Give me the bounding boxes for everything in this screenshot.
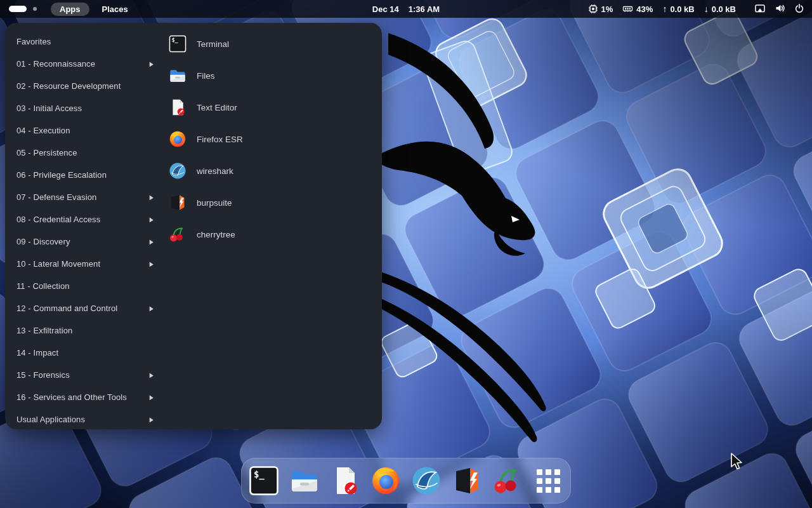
submenu-arrow-icon: ▶ [150, 60, 154, 67]
volume-icon[interactable] [775, 3, 785, 15]
power-icon[interactable] [794, 3, 804, 15]
menu-item-cherrytree[interactable]: cherrytree [164, 218, 377, 250]
top-bar: Apps Places Dec 14 1:36 AM 1% [0, 0, 812, 18]
category-14-impact[interactable]: 14 - Impact [5, 342, 164, 364]
apps-menu-button[interactable]: Apps [51, 3, 89, 16]
submenu-arrow-icon: ▶ [150, 371, 154, 378]
category-favorites[interactable]: Favorites [5, 30, 164, 53]
submenu-arrow-icon: ▶ [150, 260, 154, 267]
category-05-persistence[interactable]: 05 - Persistence [5, 142, 164, 164]
submenu-arrow-icon: ▶ [150, 416, 154, 423]
dock-burpsuite-button[interactable] [452, 465, 482, 496]
menu-item-terminal[interactable]: Terminal [164, 28, 377, 60]
net-upload-indicator[interactable]: ↑ 0.0 kB [662, 4, 694, 14]
dock [241, 458, 571, 504]
category-12-command-and-control[interactable]: 12 - Command and Control ▶ [5, 297, 164, 319]
submenu-arrow-icon: ▶ [150, 238, 154, 245]
dock-firefox-button[interactable] [370, 465, 401, 496]
category-11-collection[interactable]: 11 - Collection [5, 275, 164, 297]
memory-indicator[interactable]: 43% [622, 4, 653, 14]
download-arrow-icon: ↓ [704, 4, 709, 14]
menu-item-firefox-esr[interactable]: Firefox ESR [164, 123, 377, 155]
category-16-services-and-other-tools[interactable]: 16 - Services and Other Tools ▶ [5, 386, 164, 408]
network-ethernet-icon[interactable] [754, 3, 766, 15]
submenu-arrow-icon: ▶ [150, 394, 154, 401]
submenu-arrow-icon: ▶ [150, 305, 154, 312]
upload-arrow-icon: ↑ [662, 4, 667, 14]
category-04-execution[interactable]: 04 - Execution [5, 119, 164, 142]
net-upload-value: 0.0 kB [670, 4, 694, 14]
memory-usage-value: 43% [636, 4, 653, 14]
category-03-initial-access[interactable]: 03 - Initial Access [5, 97, 164, 119]
burpsuite-icon [169, 194, 187, 211]
cpu-icon [588, 4, 598, 14]
dock-terminal-button[interactable] [249, 465, 279, 496]
show-apps-grid-icon[interactable] [533, 465, 563, 496]
memory-icon [622, 4, 633, 14]
places-menu-button[interactable]: Places [96, 3, 134, 16]
category-07-defense-evasion[interactable]: 07 - Defense Evasion ▶ [5, 186, 164, 208]
dock-wireshark-button[interactable] [411, 465, 442, 496]
category-10-lateral-movement[interactable]: 10 - Lateral Movement ▶ [5, 253, 164, 275]
app-shortcut-list: Terminal Files Text Editor Firefox ESR w… [164, 28, 377, 250]
category-09-discovery[interactable]: 09 - Discovery ▶ [5, 231, 164, 253]
category-06-privilege-escalation[interactable]: 06 - Privilege Escalation [5, 164, 164, 186]
category-list: Favorites 01 - Reconnaissance ▶ 02 - Res… [5, 30, 164, 431]
mouse-cursor [730, 452, 743, 471]
menu-item-text-editor[interactable]: Text Editor [164, 91, 377, 123]
menu-item-wireshark[interactable]: wireshark [164, 155, 377, 187]
net-download-indicator[interactable]: ↓ 0.0 kB [704, 4, 736, 14]
category-08-credential-access[interactable]: 08 - Credential Access ▶ [5, 208, 164, 231]
category-15-forensics[interactable]: 15 - Forensics ▶ [5, 364, 164, 386]
dock-cherrytree-button[interactable] [492, 465, 523, 496]
clock-date: Dec 14 [372, 4, 399, 14]
submenu-arrow-icon: ▶ [150, 194, 154, 201]
dock-text-editor-button[interactable] [330, 465, 360, 496]
category-usual-applications[interactable]: Usual Applications ▶ [5, 408, 164, 431]
category-13-exfiltration[interactable]: 13 - Exfiltration [5, 319, 164, 342]
workspace-dot-indicator[interactable] [33, 7, 37, 11]
cpu-usage-value: 1% [601, 4, 613, 14]
workspace-active-indicator[interactable] [9, 6, 27, 12]
files-icon [169, 67, 187, 84]
terminal-icon [169, 35, 187, 53]
category-02-resource-development[interactable]: 02 - Resource Development [5, 75, 164, 97]
clock[interactable]: Dec 14 1:36 AM [372, 0, 440, 18]
net-download-value: 0.0 kB [712, 4, 736, 14]
cherrytree-icon [169, 225, 187, 243]
desktop: Apps Places Dec 14 1:36 AM 1% [0, 0, 812, 508]
apps-menu-panel: Favorites 01 - Reconnaissance ▶ 02 - Res… [5, 23, 382, 429]
category-01-reconnaissance[interactable]: 01 - Reconnaissance ▶ [5, 53, 164, 75]
menu-item-files[interactable]: Files [164, 60, 377, 91]
firefox-icon [169, 130, 187, 148]
clock-time: 1:36 AM [409, 4, 440, 14]
text-editor-icon [169, 98, 187, 116]
wireshark-icon [169, 162, 187, 180]
menu-item-burpsuite[interactable]: burpsuite [164, 187, 377, 218]
cpu-indicator[interactable]: 1% [588, 4, 613, 14]
submenu-arrow-icon: ▶ [150, 216, 154, 223]
dock-files-button[interactable] [289, 465, 320, 496]
